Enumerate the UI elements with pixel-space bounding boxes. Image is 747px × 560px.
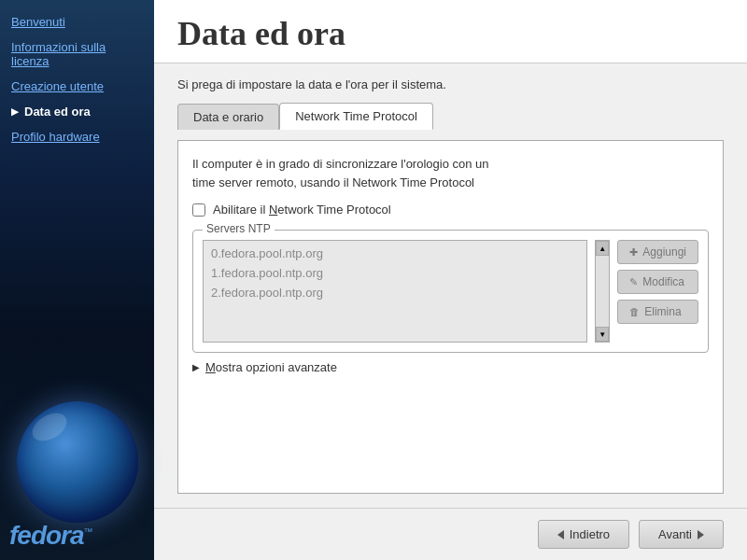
server-action-buttons: ✚ Aggiungi ✎ Modifica 🗑 Elimina <box>617 240 698 324</box>
tab-bar: Data e orario Network Time Protocol <box>177 103 724 130</box>
enable-ntp-row: Abilitare il Network Time Protocol <box>192 203 709 217</box>
scrollbar-track <box>596 256 609 327</box>
sidebar-item-benvenuti[interactable]: Benvenuti <box>0 9 154 35</box>
advanced-options-row[interactable]: ▶ Mostra opzioni avanzate <box>192 360 709 374</box>
forward-button[interactable]: Avanti <box>639 520 724 549</box>
servers-ntp-group: Servers NTP 0.fedora.pool.ntp.org 1.fedo… <box>192 230 709 353</box>
page-header: Data ed ora <box>154 0 747 63</box>
forward-arrow-icon <box>698 530 704 539</box>
back-arrow-icon <box>557 530 564 539</box>
delete-server-button[interactable]: 🗑 Elimina <box>617 300 698 324</box>
tab-data-orario[interactable]: Data e orario <box>177 104 279 130</box>
ntp-description: Il computer è in grado di sincronizzare … <box>192 155 709 191</box>
enable-ntp-label: Abilitare il Network Time Protocol <box>213 203 391 217</box>
edit-server-button[interactable]: ✎ Modifica <box>617 270 698 294</box>
back-button[interactable]: Indietro <box>538 520 629 549</box>
plus-icon: ✚ <box>629 246 638 259</box>
scrollbar-down-arrow[interactable]: ▼ <box>596 327 609 342</box>
sidebar-item-creazione[interactable]: Creazione utente <box>0 74 154 99</box>
advanced-options-label: Mostra opzioni avanzate <box>205 360 337 374</box>
add-server-button[interactable]: ✚ Aggiungi <box>617 240 698 264</box>
delete-icon: 🗑 <box>629 306 640 317</box>
page-title: Data ed ora <box>177 14 724 53</box>
sidebar: Benvenuti Informazioni sulla licenza Cre… <box>0 0 154 560</box>
tab-content-ntp: Il computer è in grado di sincronizzare … <box>177 140 724 494</box>
list-item: 0.fedora.pool.ntp.org <box>207 245 583 262</box>
sidebar-item-profilo[interactable]: Profilo hardware <box>0 124 154 149</box>
page-description: Si prega di impostare la data e l'ora pe… <box>177 77 724 91</box>
edit-icon: ✎ <box>629 276 638 288</box>
globe-decoration <box>17 401 138 523</box>
sidebar-item-informazioni[interactable]: Informazioni sulla licenza <box>0 35 154 74</box>
servers-list: 0.fedora.pool.ntp.org 1.fedora.pool.ntp.… <box>203 240 587 343</box>
scrollbar-up-arrow[interactable]: ▲ <box>596 241 609 256</box>
list-item: 2.fedora.pool.ntp.org <box>207 284 583 301</box>
servers-group-legend: Servers NTP <box>203 222 275 235</box>
servers-scrollbar[interactable]: ▲ ▼ <box>595 240 610 343</box>
footer: Indietro Avanti <box>154 508 747 560</box>
advanced-arrow-icon: ▶ <box>192 362 200 372</box>
tab-ntp[interactable]: Network Time Protocol <box>279 103 433 130</box>
sidebar-item-data[interactable]: Data ed ora <box>0 99 154 124</box>
main-content: Data ed ora Si prega di impostare la dat… <box>154 0 747 560</box>
servers-list-container: 0.fedora.pool.ntp.org 1.fedora.pool.ntp.… <box>203 240 587 343</box>
enable-ntp-checkbox[interactable] <box>192 203 205 217</box>
list-item: 1.fedora.pool.ntp.org <box>207 264 583 282</box>
content-area: Si prega di impostare la data e l'ora pe… <box>154 63 747 508</box>
fedora-logo: fedora™ <box>9 521 92 551</box>
